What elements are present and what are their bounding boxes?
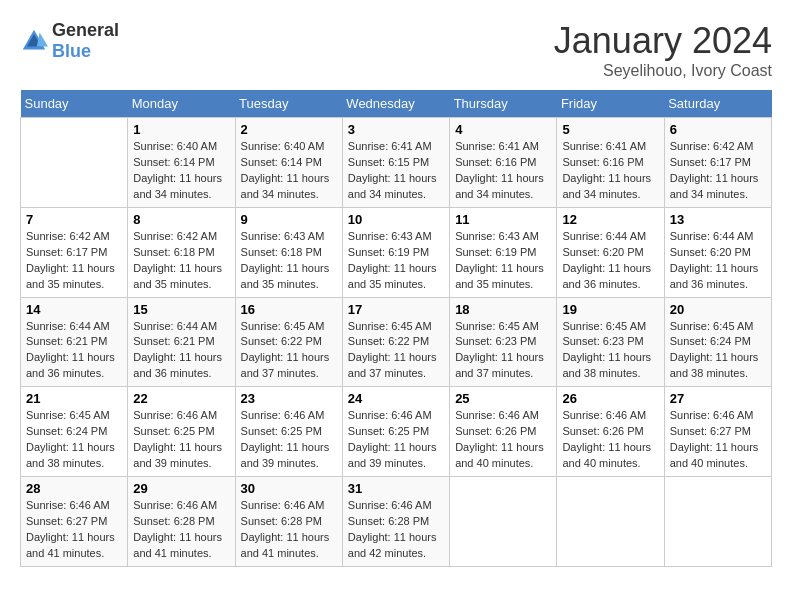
day-number: 13	[670, 212, 766, 227]
calendar-cell: 24Sunrise: 6:46 AMSunset: 6:25 PMDayligh…	[342, 387, 449, 477]
day-number: 15	[133, 302, 229, 317]
page-header: General Blue January 2024 Seyelihouo, Iv…	[20, 20, 772, 80]
calendar-cell: 28Sunrise: 6:46 AMSunset: 6:27 PMDayligh…	[21, 477, 128, 567]
cell-content: Sunrise: 6:45 AMSunset: 6:23 PMDaylight:…	[455, 319, 551, 383]
calendar-cell: 26Sunrise: 6:46 AMSunset: 6:26 PMDayligh…	[557, 387, 664, 477]
cell-content: Sunrise: 6:45 AMSunset: 6:22 PMDaylight:…	[348, 319, 444, 383]
calendar-cell: 19Sunrise: 6:45 AMSunset: 6:23 PMDayligh…	[557, 297, 664, 387]
title-block: January 2024 Seyelihouo, Ivory Coast	[554, 20, 772, 80]
day-number: 19	[562, 302, 658, 317]
cell-content: Sunrise: 6:46 AMSunset: 6:28 PMDaylight:…	[133, 498, 229, 562]
cell-content: Sunrise: 6:43 AMSunset: 6:19 PMDaylight:…	[455, 229, 551, 293]
day-number: 30	[241, 481, 337, 496]
cell-content: Sunrise: 6:46 AMSunset: 6:26 PMDaylight:…	[455, 408, 551, 472]
day-number: 29	[133, 481, 229, 496]
calendar-table: Sunday Monday Tuesday Wednesday Thursday…	[20, 90, 772, 567]
header-friday: Friday	[557, 90, 664, 118]
day-number: 7	[26, 212, 122, 227]
logo-icon	[20, 27, 48, 55]
calendar-cell: 13Sunrise: 6:44 AMSunset: 6:20 PMDayligh…	[664, 207, 771, 297]
calendar-cell: 30Sunrise: 6:46 AMSunset: 6:28 PMDayligh…	[235, 477, 342, 567]
cell-content: Sunrise: 6:46 AMSunset: 6:25 PMDaylight:…	[133, 408, 229, 472]
calendar-cell: 12Sunrise: 6:44 AMSunset: 6:20 PMDayligh…	[557, 207, 664, 297]
day-number: 28	[26, 481, 122, 496]
calendar-cell: 3Sunrise: 6:41 AMSunset: 6:15 PMDaylight…	[342, 118, 449, 208]
day-number: 26	[562, 391, 658, 406]
calendar-cell: 14Sunrise: 6:44 AMSunset: 6:21 PMDayligh…	[21, 297, 128, 387]
calendar-cell	[557, 477, 664, 567]
calendar-cell: 8Sunrise: 6:42 AMSunset: 6:18 PMDaylight…	[128, 207, 235, 297]
cell-content: Sunrise: 6:45 AMSunset: 6:22 PMDaylight:…	[241, 319, 337, 383]
cell-content: Sunrise: 6:41 AMSunset: 6:15 PMDaylight:…	[348, 139, 444, 203]
calendar-cell: 9Sunrise: 6:43 AMSunset: 6:18 PMDaylight…	[235, 207, 342, 297]
calendar-cell: 7Sunrise: 6:42 AMSunset: 6:17 PMDaylight…	[21, 207, 128, 297]
calendar-cell: 11Sunrise: 6:43 AMSunset: 6:19 PMDayligh…	[450, 207, 557, 297]
week-row-3: 21Sunrise: 6:45 AMSunset: 6:24 PMDayligh…	[21, 387, 772, 477]
logo-text: General Blue	[52, 20, 119, 62]
day-number: 27	[670, 391, 766, 406]
cell-content: Sunrise: 6:44 AMSunset: 6:20 PMDaylight:…	[562, 229, 658, 293]
header-monday: Monday	[128, 90, 235, 118]
cell-content: Sunrise: 6:40 AMSunset: 6:14 PMDaylight:…	[133, 139, 229, 203]
calendar-cell	[664, 477, 771, 567]
cell-content: Sunrise: 6:46 AMSunset: 6:26 PMDaylight:…	[562, 408, 658, 472]
cell-content: Sunrise: 6:46 AMSunset: 6:25 PMDaylight:…	[348, 408, 444, 472]
day-number: 31	[348, 481, 444, 496]
cell-content: Sunrise: 6:46 AMSunset: 6:27 PMDaylight:…	[670, 408, 766, 472]
cell-content: Sunrise: 6:45 AMSunset: 6:23 PMDaylight:…	[562, 319, 658, 383]
day-number: 21	[26, 391, 122, 406]
day-number: 14	[26, 302, 122, 317]
day-number: 6	[670, 122, 766, 137]
header-row: Sunday Monday Tuesday Wednesday Thursday…	[21, 90, 772, 118]
week-row-0: 1Sunrise: 6:40 AMSunset: 6:14 PMDaylight…	[21, 118, 772, 208]
day-number: 20	[670, 302, 766, 317]
location-title: Seyelihouo, Ivory Coast	[554, 62, 772, 80]
cell-content: Sunrise: 6:45 AMSunset: 6:24 PMDaylight:…	[670, 319, 766, 383]
cell-content: Sunrise: 6:46 AMSunset: 6:25 PMDaylight:…	[241, 408, 337, 472]
day-number: 5	[562, 122, 658, 137]
calendar-cell: 17Sunrise: 6:45 AMSunset: 6:22 PMDayligh…	[342, 297, 449, 387]
calendar-cell: 1Sunrise: 6:40 AMSunset: 6:14 PMDaylight…	[128, 118, 235, 208]
logo: General Blue	[20, 20, 119, 62]
day-number: 16	[241, 302, 337, 317]
calendar-cell: 22Sunrise: 6:46 AMSunset: 6:25 PMDayligh…	[128, 387, 235, 477]
cell-content: Sunrise: 6:40 AMSunset: 6:14 PMDaylight:…	[241, 139, 337, 203]
cell-content: Sunrise: 6:44 AMSunset: 6:20 PMDaylight:…	[670, 229, 766, 293]
header-tuesday: Tuesday	[235, 90, 342, 118]
calendar-cell: 20Sunrise: 6:45 AMSunset: 6:24 PMDayligh…	[664, 297, 771, 387]
cell-content: Sunrise: 6:41 AMSunset: 6:16 PMDaylight:…	[562, 139, 658, 203]
day-number: 8	[133, 212, 229, 227]
header-wednesday: Wednesday	[342, 90, 449, 118]
calendar-cell: 6Sunrise: 6:42 AMSunset: 6:17 PMDaylight…	[664, 118, 771, 208]
cell-content: Sunrise: 6:41 AMSunset: 6:16 PMDaylight:…	[455, 139, 551, 203]
day-number: 23	[241, 391, 337, 406]
day-number: 12	[562, 212, 658, 227]
cell-content: Sunrise: 6:42 AMSunset: 6:17 PMDaylight:…	[26, 229, 122, 293]
day-number: 10	[348, 212, 444, 227]
calendar-cell	[450, 477, 557, 567]
calendar-cell: 5Sunrise: 6:41 AMSunset: 6:16 PMDaylight…	[557, 118, 664, 208]
cell-content: Sunrise: 6:46 AMSunset: 6:27 PMDaylight:…	[26, 498, 122, 562]
day-number: 22	[133, 391, 229, 406]
month-title: January 2024	[554, 20, 772, 62]
day-number: 17	[348, 302, 444, 317]
header-sunday: Sunday	[21, 90, 128, 118]
cell-content: Sunrise: 6:46 AMSunset: 6:28 PMDaylight:…	[241, 498, 337, 562]
day-number: 1	[133, 122, 229, 137]
day-number: 3	[348, 122, 444, 137]
calendar-cell: 27Sunrise: 6:46 AMSunset: 6:27 PMDayligh…	[664, 387, 771, 477]
cell-content: Sunrise: 6:43 AMSunset: 6:18 PMDaylight:…	[241, 229, 337, 293]
cell-content: Sunrise: 6:42 AMSunset: 6:17 PMDaylight:…	[670, 139, 766, 203]
calendar-cell: 16Sunrise: 6:45 AMSunset: 6:22 PMDayligh…	[235, 297, 342, 387]
day-number: 18	[455, 302, 551, 317]
day-number: 9	[241, 212, 337, 227]
day-number: 2	[241, 122, 337, 137]
day-number: 11	[455, 212, 551, 227]
calendar-cell: 2Sunrise: 6:40 AMSunset: 6:14 PMDaylight…	[235, 118, 342, 208]
week-row-2: 14Sunrise: 6:44 AMSunset: 6:21 PMDayligh…	[21, 297, 772, 387]
header-saturday: Saturday	[664, 90, 771, 118]
calendar-cell: 31Sunrise: 6:46 AMSunset: 6:28 PMDayligh…	[342, 477, 449, 567]
cell-content: Sunrise: 6:44 AMSunset: 6:21 PMDaylight:…	[133, 319, 229, 383]
calendar-cell: 25Sunrise: 6:46 AMSunset: 6:26 PMDayligh…	[450, 387, 557, 477]
calendar-cell: 23Sunrise: 6:46 AMSunset: 6:25 PMDayligh…	[235, 387, 342, 477]
